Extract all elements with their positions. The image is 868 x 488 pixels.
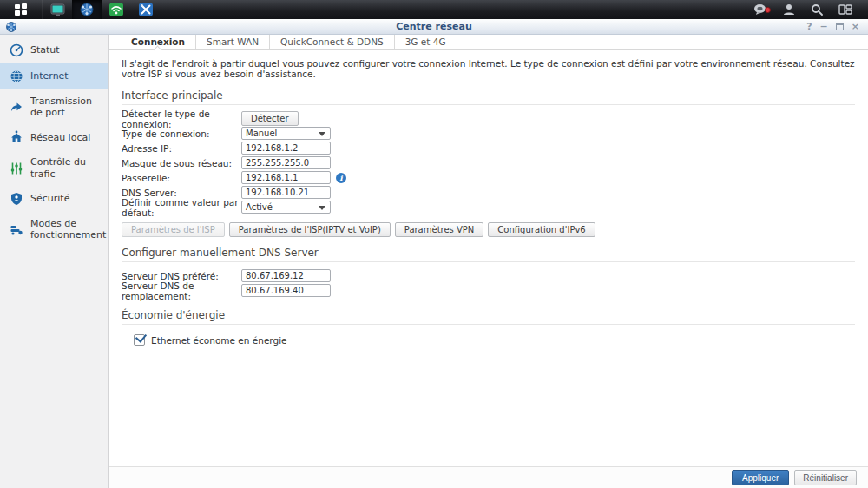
tab-quickconnect-ddns[interactable]: QuickConnect & DDNS <box>269 35 394 49</box>
sidebar-item-label: Statut <box>30 44 60 56</box>
isp-buttons-row: Paramètres de l'ISP Paramètres de l'ISP(… <box>122 222 855 237</box>
energy-efficient-ethernet-checkbox[interactable] <box>134 334 145 346</box>
gateway-field[interactable] <box>241 171 331 184</box>
search-button[interactable] <box>804 3 830 16</box>
connection-type-label: Type de connexion: <box>122 129 241 139</box>
connection-type-dropdown[interactable]: Manuel <box>241 127 331 140</box>
sidebar-item-controle-du-trafic[interactable]: Contrôle du trafic <box>0 150 108 185</box>
page-description: Il s'agit de l'endroit à partir duquel v… <box>122 58 855 85</box>
sidebar-item-label: Internet <box>30 70 69 82</box>
default-gateway-value: Activé <box>246 202 273 212</box>
window-title: Centre réseau <box>0 21 868 32</box>
sidebar: Statut Internet Transmission de port <box>0 35 108 488</box>
minimize-button[interactable]: − <box>820 22 828 31</box>
sidebar-item-transmission-de-port[interactable]: Transmission de port <box>0 89 108 124</box>
default-gateway-label: Définir comme valeur par défaut: <box>122 197 241 218</box>
operation-modes-icon <box>10 222 23 236</box>
close-button[interactable]: × <box>852 22 859 31</box>
tab-3g-4g[interactable]: 3G et 4G <box>394 35 457 49</box>
dns-server-field[interactable] <box>241 186 331 199</box>
notification-badge <box>765 7 771 13</box>
tab-connexion[interactable]: Connexion <box>121 35 195 49</box>
tools-icon <box>139 3 153 16</box>
gauge-icon <box>10 43 23 57</box>
home-network-icon <box>10 130 23 144</box>
tab-smart-wan[interactable]: Smart WAN <box>195 35 269 49</box>
window-titlebar[interactable]: Centre réseau ? − × <box>0 19 868 35</box>
network-center-window: Centre réseau ? − × Statut <box>0 19 868 488</box>
alternate-dns-field[interactable] <box>241 284 331 297</box>
taskbar-item-tools[interactable] <box>131 0 161 19</box>
desktop-taskbar <box>0 0 868 19</box>
maximize-button[interactable] <box>836 23 844 30</box>
network-center-icon <box>79 2 95 17</box>
isp-settings-button[interactable]: Paramètres de l'ISP <box>122 222 225 237</box>
section-title-dns-manual: Configurer manuellement DNS Server <box>122 242 855 262</box>
tab-content: Il s'agit de l'endroit à partir duquel v… <box>108 50 868 466</box>
widgets-icon <box>838 3 852 16</box>
footer-action-bar: Appliquer Réinitialiser <box>108 466 868 488</box>
widgets-button[interactable] <box>832 3 859 16</box>
sidebar-item-label: Contrôle du trafic <box>30 156 104 179</box>
taskbar-item-desktop[interactable] <box>43 0 72 19</box>
tab-bar: Connexion Smart WAN QuickConnect & DDNS … <box>108 35 868 50</box>
section-title-energy-saving: Économie d'énergie <box>122 305 855 325</box>
apply-button[interactable]: Appliquer <box>732 470 789 485</box>
subnet-mask-field[interactable] <box>241 156 331 169</box>
energy-efficient-ethernet-label: Ethernet économe en énergie <box>151 335 287 346</box>
traffic-sliders-icon <box>10 162 23 175</box>
gateway-label: Passerelle: <box>122 173 241 183</box>
isp-iptv-voip-settings-button[interactable]: Paramètres de l'ISP(IPTV et VoIP) <box>229 222 391 237</box>
shield-icon <box>10 192 23 206</box>
detect-button[interactable]: Détecter <box>241 111 299 126</box>
reset-button[interactable]: Réinitialiser <box>794 470 857 485</box>
vpn-settings-button[interactable]: Paramètres VPN <box>395 222 484 237</box>
sidebar-item-reseau-local[interactable]: Réseau local <box>0 124 108 150</box>
wifi-icon <box>109 3 123 16</box>
ip-address-label: Adresse IP: <box>122 143 241 154</box>
sidebar-item-label: Modes de fonctionnement <box>30 218 106 241</box>
ip-address-field[interactable] <box>241 142 331 155</box>
apps-grid-icon <box>14 3 28 16</box>
taskbar-item-network-center[interactable] <box>72 0 102 19</box>
ipv6-configuration-button[interactable]: Configuration d'IPv6 <box>488 222 595 237</box>
sidebar-item-modes-de-fonctionnement[interactable]: Modes de fonctionnement <box>0 212 108 247</box>
sidebar-item-statut[interactable]: Statut <box>0 37 108 63</box>
default-gateway-dropdown[interactable]: Activé <box>241 201 331 214</box>
sidebar-item-label: Réseau local <box>30 132 90 143</box>
energy-checkbox-row: Ethernet économe en énergie <box>122 331 855 346</box>
chevron-down-icon <box>319 206 326 210</box>
taskbar-item-wifi[interactable] <box>102 0 131 19</box>
search-icon <box>811 3 823 16</box>
main-menu-button[interactable] <box>0 0 43 19</box>
alternate-dns-label: Serveur DNS de remplacement: <box>122 280 241 301</box>
chevron-down-icon <box>319 132 326 136</box>
sidebar-item-securite[interactable]: Sécurité <box>0 186 108 212</box>
preferred-dns-field[interactable] <box>241 269 331 282</box>
sidebar-item-internet[interactable]: Internet <box>0 63 108 89</box>
main-panel: Connexion Smart WAN QuickConnect & DDNS … <box>108 35 868 488</box>
user-icon <box>783 3 795 16</box>
sidebar-item-label: Transmission de port <box>30 96 104 118</box>
info-icon[interactable]: i <box>336 173 346 183</box>
section-title-interface-principale: Interface principale <box>122 85 855 105</box>
network-center-app-icon <box>5 21 17 33</box>
detect-connection-label: Détecter le type de connexion: <box>122 109 241 129</box>
user-menu-button[interactable] <box>776 3 802 16</box>
help-button[interactable]: ? <box>806 22 812 31</box>
sidebar-item-label: Sécurité <box>30 193 69 204</box>
globe-icon <box>10 69 23 83</box>
port-forward-arrow-icon <box>10 100 23 114</box>
connection-type-value: Manuel <box>246 129 277 138</box>
notifications-button[interactable] <box>746 3 774 16</box>
subnet-mask-label: Masque de sous réseau: <box>122 158 241 168</box>
desktop-monitor-icon <box>50 3 65 16</box>
